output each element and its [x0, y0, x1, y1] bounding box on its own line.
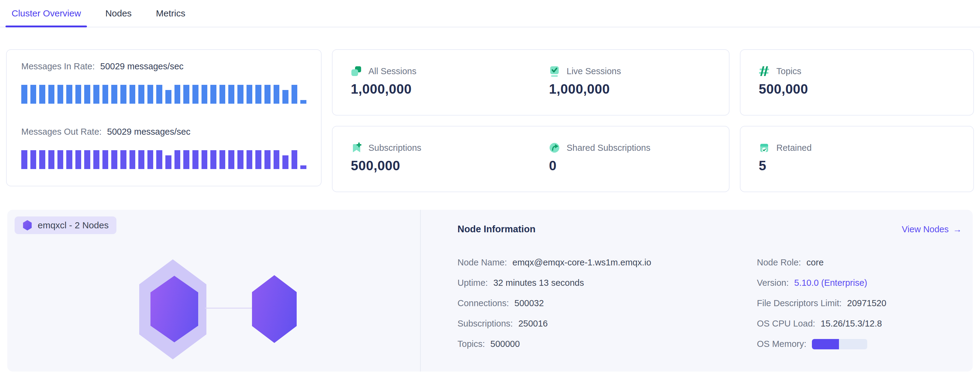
- chart-bar: [156, 150, 162, 169]
- arrow-right-icon: →: [953, 224, 962, 234]
- topics-stat: Topics 500,000: [740, 50, 973, 97]
- stat-value: 1,000,000: [351, 81, 531, 97]
- chart-bar: [21, 150, 27, 169]
- row-value: 250016: [518, 319, 548, 329]
- chart-bar: [30, 150, 37, 169]
- subscriptions-stat: Subscriptions 500,000: [332, 126, 531, 191]
- retained-icon: [759, 142, 770, 153]
- chart-bar: [102, 85, 108, 104]
- all-sessions-stat: All Sessions 1,000,000: [332, 50, 531, 115]
- tab-metrics[interactable]: Metrics: [150, 0, 191, 27]
- chart-bar: [255, 85, 261, 104]
- chart-bar: [220, 85, 226, 104]
- row-label: Topics:: [458, 339, 485, 349]
- subscriptions-card: Subscriptions 500,000 Shared Subscriptio…: [332, 126, 730, 192]
- uptime-row: Uptime: 32 minutes 13 seconds: [458, 273, 757, 293]
- messages-out-rate-label: Messages Out Rate:: [21, 127, 102, 137]
- chart-bar: [102, 150, 108, 169]
- hexagon-icon: [22, 220, 32, 231]
- chart-bar: [75, 150, 81, 169]
- row-label: Subscriptions:: [458, 319, 513, 329]
- row-value: 15.26/15.3/12.8: [821, 319, 882, 329]
- retained-stat: Retained 5: [740, 126, 973, 173]
- row-label: OS Memory:: [757, 339, 807, 349]
- chart-bar: [220, 150, 226, 169]
- subscriptions-row: Subscriptions: 250016: [458, 313, 757, 334]
- chart-bar: [39, 85, 45, 104]
- row-label: Uptime:: [458, 278, 488, 288]
- stat-label: Subscriptions: [368, 143, 421, 153]
- chart-bar: [129, 150, 135, 169]
- stat-label: Retained: [776, 143, 811, 153]
- chart-bar: [138, 150, 145, 169]
- topics-icon: [759, 66, 770, 76]
- chart-bar: [237, 150, 243, 169]
- version-link[interactable]: 5.10.0 (Enterprise): [794, 278, 867, 288]
- row-label: Connections:: [458, 298, 509, 308]
- node-role-row: Node Role: core: [757, 252, 962, 273]
- replicant-node-hexagon[interactable]: [252, 275, 297, 343]
- chart-bar: [75, 85, 81, 104]
- messages-out-rate-value: 50029 messages/sec: [107, 127, 190, 137]
- chart-bar: [93, 85, 99, 104]
- chart-bar: [30, 85, 37, 104]
- row-label: File Descriptors Limit:: [757, 298, 842, 308]
- chart-bar: [156, 85, 162, 104]
- chart-bar: [274, 150, 280, 169]
- os-cpu-load-row: OS CPU Load: 15.26/15.3/12.8: [757, 313, 962, 334]
- chart-bar: [120, 150, 126, 169]
- chart-bar: [48, 150, 54, 169]
- row-label: Version:: [757, 278, 789, 288]
- node-connector-line: [205, 308, 253, 309]
- chart-bar: [247, 85, 253, 104]
- chart-bar: [66, 85, 72, 104]
- row-value: 20971520: [847, 298, 886, 308]
- sessions-card: All Sessions 1,000,000 Live Sessions 1,0…: [332, 49, 730, 116]
- version-row: Version: 5.10.0 (Enterprise): [757, 273, 962, 293]
- chart-bar: [93, 150, 99, 169]
- node-name-row: Node Name: emqx@emqx-core-1.ws1m.emqx.io: [458, 252, 757, 273]
- stat-value: 500,000: [759, 81, 973, 97]
- messages-in-rate-chart: [21, 85, 306, 104]
- live-sessions-stat: Live Sessions 1,000,000: [531, 50, 729, 115]
- view-nodes-label: View Nodes: [902, 224, 949, 234]
- stat-value: 0: [549, 158, 729, 173]
- shared-subscriptions-icon: [549, 142, 560, 153]
- chart-bar: [210, 150, 216, 169]
- chart-bar: [138, 85, 145, 104]
- cluster-name-badge: emqxcl - 2 Nodes: [14, 216, 116, 234]
- chart-bar: [39, 150, 45, 169]
- chart-bar: [282, 155, 288, 169]
- connections-row: Connections: 500032: [458, 293, 757, 313]
- chart-bar: [291, 150, 298, 169]
- chart-bar: [300, 100, 306, 104]
- chart-bar: [264, 85, 270, 104]
- chart-bar: [165, 155, 172, 169]
- chart-bar: [247, 150, 253, 169]
- tab-cluster-overview[interactable]: Cluster Overview: [5, 0, 87, 27]
- messages-out-rate-row: Messages Out Rate: 50029 messages/sec: [21, 127, 306, 137]
- node-information-title: Node Information: [458, 224, 536, 235]
- tab-bar: Cluster Overview Nodes Metrics: [0, 0, 980, 27]
- row-label: OS CPU Load:: [757, 319, 815, 329]
- row-value: core: [807, 258, 824, 267]
- tab-nodes[interactable]: Nodes: [99, 0, 138, 27]
- view-nodes-link[interactable]: View Nodes →: [902, 224, 962, 234]
- row-label: Node Name:: [458, 258, 507, 267]
- chart-bar: [264, 150, 270, 169]
- os-memory-row: OS Memory:: [757, 334, 962, 354]
- live-sessions-icon: [549, 66, 560, 76]
- sessions-icon: [351, 66, 362, 76]
- panel-divider: [420, 210, 421, 372]
- chart-bar: [237, 85, 243, 104]
- row-value: 500032: [514, 298, 544, 308]
- cluster-panel: emqxcl - 2 Nodes Node Information View N…: [7, 210, 973, 372]
- file-descriptors-row: File Descriptors Limit: 20971520: [757, 293, 962, 313]
- chart-bar: [192, 150, 199, 169]
- messages-rate-card: Messages In Rate: 50029 messages/sec Mes…: [6, 49, 321, 186]
- chart-bar: [57, 150, 64, 169]
- chart-bar: [183, 85, 189, 104]
- node-information-section: Node Information View Nodes → Node Name:…: [458, 210, 962, 372]
- row-label: Node Role:: [757, 258, 801, 267]
- row-value: 32 minutes 13 seconds: [493, 278, 584, 288]
